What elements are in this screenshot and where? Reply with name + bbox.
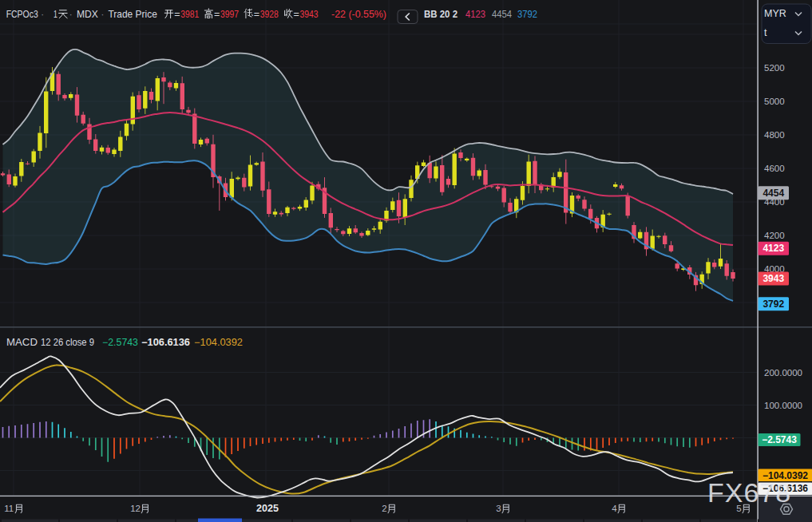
svg-text:·: · <box>69 8 73 20</box>
svg-text:3943: 3943 <box>300 9 319 20</box>
svg-text:2025: 2025 <box>256 503 279 514</box>
svg-text:=: = <box>254 9 259 20</box>
svg-text:3943: 3943 <box>762 273 784 284</box>
svg-text:=: = <box>174 9 180 20</box>
svg-text:4123: 4123 <box>465 9 485 20</box>
svg-text:12 26 close 9: 12 26 close 9 <box>41 337 94 348</box>
svg-text:FCPOc3: FCPOc3 <box>6 8 38 20</box>
svg-text:−2.5743: −2.5743 <box>102 337 138 348</box>
svg-text:·: · <box>101 8 104 20</box>
svg-text:3981: 3981 <box>180 9 199 20</box>
svg-text:-22 (-0.55%): -22 (-0.55%) <box>331 9 386 20</box>
svg-text:−106.6136: −106.6136 <box>141 337 190 348</box>
svg-text:FX678: FX678 <box>707 477 791 508</box>
svg-text:3792: 3792 <box>762 299 784 310</box>
svg-text:4454: 4454 <box>762 188 784 199</box>
svg-text:1: 1 <box>53 9 57 20</box>
svg-text:100.0000: 100.0000 <box>764 401 802 410</box>
svg-text:t: t <box>764 27 767 38</box>
svg-text:−2.5743: −2.5743 <box>762 434 797 445</box>
svg-text:11: 11 <box>4 504 14 513</box>
svg-text:4: 4 <box>612 504 617 513</box>
svg-text:4600: 4600 <box>764 164 785 173</box>
svg-text:=: = <box>294 9 299 20</box>
svg-text:200.0000: 200.0000 <box>764 368 802 378</box>
svg-text:3792: 3792 <box>517 9 537 20</box>
svg-text:MACD: MACD <box>6 337 38 348</box>
svg-text:3928: 3928 <box>260 9 279 20</box>
svg-text:BB 20 2: BB 20 2 <box>424 8 457 20</box>
svg-text:12: 12 <box>130 504 141 513</box>
svg-text:4200: 4200 <box>764 231 785 240</box>
svg-text:MYR: MYR <box>764 8 786 19</box>
svg-text:4454: 4454 <box>492 9 512 20</box>
svg-text:=: = <box>214 9 220 20</box>
svg-text:MDX: MDX <box>77 9 98 20</box>
svg-text:·: · <box>41 8 44 20</box>
svg-text:5200: 5200 <box>764 63 785 73</box>
svg-text:3997: 3997 <box>220 9 239 20</box>
svg-text:4123: 4123 <box>762 243 784 254</box>
svg-text:Trade Price: Trade Price <box>109 8 157 20</box>
svg-text:4800: 4800 <box>764 130 785 140</box>
svg-text:−104.0392: −104.0392 <box>194 337 243 348</box>
svg-text:3: 3 <box>496 504 501 513</box>
svg-text:2: 2 <box>382 504 386 513</box>
svg-text:5000: 5000 <box>764 97 785 106</box>
